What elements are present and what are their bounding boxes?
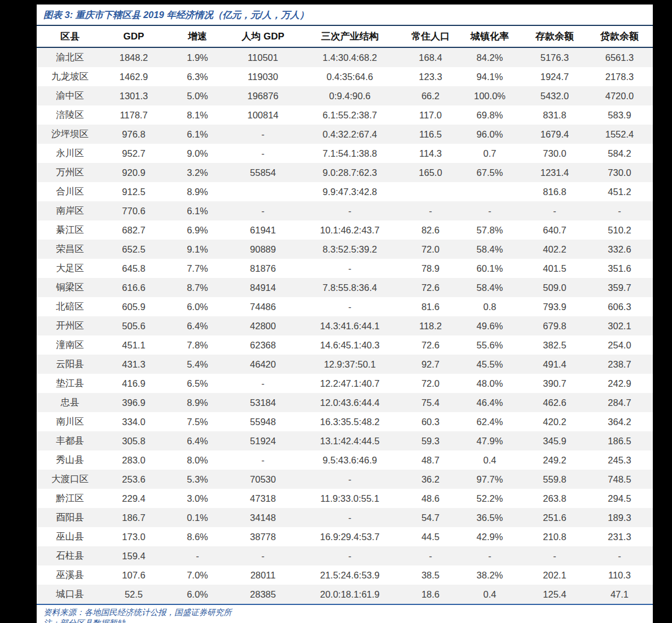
table-cell: 82.6 [405, 220, 456, 240]
column-header: 城镇化率 [456, 26, 523, 47]
table-cell: 10.1:46.2:43.7 [295, 220, 405, 240]
table-cell: 748.5 [586, 470, 653, 489]
table-cell: 59.3 [405, 431, 456, 450]
table-cell: - [586, 201, 653, 220]
table-cell: 253.6 [103, 470, 164, 489]
table-cell: 11.9:33.0:55.1 [295, 489, 405, 508]
table-cell: 159.4 [103, 546, 164, 565]
table-cell: 28385 [231, 585, 295, 604]
table-cell: 679.8 [523, 316, 586, 335]
table-cell: - [295, 546, 405, 565]
table-cell: 332.6 [586, 240, 653, 259]
table-cell: 0.4 [456, 450, 523, 470]
table-cell: 北碚区 [37, 297, 103, 316]
figure-footer: 资料来源：各地国民经济统计公报，国盛证券研究所 注：部分区县数据暂缺 [37, 605, 653, 623]
table-cell: 912.5 [103, 182, 164, 201]
table-cell: 510.2 [586, 220, 653, 240]
table-cell: 万州区 [37, 163, 103, 182]
table-cell: 58.4% [456, 278, 523, 297]
table-cell: 9.9:47.3:42.8 [295, 182, 405, 201]
table-cell: 251.6 [523, 508, 586, 527]
table-cell: 976.8 [103, 125, 164, 144]
table-cell: 8.7% [164, 278, 231, 297]
table-cell: 忠县 [37, 393, 103, 412]
table-cell: - [523, 546, 586, 565]
table-cell: 53184 [231, 393, 295, 412]
table-cell: 潼南区 [37, 335, 103, 355]
table-cell: - [586, 546, 653, 565]
table-cell: 秀山县 [37, 450, 103, 470]
table-row: 合川区912.58.9%9.9:47.3:42.8816.8451.2 [37, 182, 653, 201]
table-cell: 72.0 [405, 240, 456, 259]
table-cell: 97.7% [456, 470, 523, 489]
source-note: 资料来源：各地国民经济统计公报，国盛证券研究所 [43, 607, 653, 618]
table-cell: 3.2% [164, 163, 231, 182]
table-cell: 6.1% [164, 125, 231, 144]
table-cell: 42.9% [456, 527, 523, 546]
table-cell: 1848.2 [103, 47, 164, 67]
table-cell: 583.9 [586, 105, 653, 125]
table-cell: 55854 [231, 163, 295, 182]
table-cell: 涪陵区 [37, 105, 103, 125]
table-cell: 南川区 [37, 412, 103, 431]
table-cell: 196876 [231, 86, 295, 105]
table-cell: 110.3 [586, 565, 653, 585]
table-cell: 铜梁区 [37, 278, 103, 297]
table-cell: 72.0 [405, 374, 456, 393]
table-cell: 229.4 [103, 489, 164, 508]
table-cell: 559.8 [523, 470, 586, 489]
table-cell: 巫山县 [37, 527, 103, 546]
table-cell: 640.7 [523, 220, 586, 240]
table-row: 南川区334.07.5%5594816.3:35.5:48.260.362.4%… [37, 412, 653, 431]
table-cell: 451.1 [103, 335, 164, 355]
table-cell: 402.2 [523, 240, 586, 259]
table-cell: 16.9:29.4:53.7 [295, 527, 405, 546]
table-cell: 綦江区 [37, 220, 103, 240]
table-cell: 100.0% [456, 86, 523, 105]
report-figure-panel: 图表 3: 重庆市下辖区县 2019 年经济情况（亿元，元/人，万人） 区县GD… [37, 5, 653, 623]
table-cell: 合川区 [37, 182, 103, 201]
table-cell: 九龙坡区 [37, 67, 103, 86]
table-cell: 606.3 [586, 297, 653, 316]
table-cell: 9.5:43.6:46.9 [295, 450, 405, 470]
table-row: 沙坪坝区976.86.1%-0.4:32.2:67.4116.596.0%167… [37, 125, 653, 144]
table-cell: 364.2 [586, 412, 653, 431]
table-cell: 36.5% [456, 508, 523, 527]
table-cell: 254.0 [586, 335, 653, 355]
table-cell: 249.2 [523, 450, 586, 470]
table-row: 渝北区1848.21.9%1105011.4:30.4:68.2168.484.… [37, 47, 653, 67]
table-cell: 61941 [231, 220, 295, 240]
table-cell: 3.0% [164, 489, 231, 508]
table-cell: 16.3:35.5:48.2 [295, 412, 405, 431]
table-cell: 9.0% [164, 144, 231, 163]
table-header-row: 区县GDP增速人均 GDP三次产业结构常住人口城镇化率存款余额贷款余额 [37, 26, 653, 47]
table-row: 丰都县305.86.4%5192413.1:42.4:44.559.347.9%… [37, 431, 653, 450]
table-cell: 石柱县 [37, 546, 103, 565]
table-cell: 48.0% [456, 374, 523, 393]
column-header: 贷款余额 [586, 26, 653, 47]
table-cell: 52.5 [103, 585, 164, 604]
table-cell: 13.1:42.4:44.5 [295, 431, 405, 450]
table-row: 黔江区229.43.0%4731811.9:33.0:55.148.652.2%… [37, 489, 653, 508]
table-cell: 36.2 [405, 470, 456, 489]
table-row: 大渡口区253.65.3%70530-36.297.7%559.8748.5 [37, 470, 653, 489]
table-cell: 34148 [231, 508, 295, 527]
table-cell: - [456, 546, 523, 565]
table-cell: 6.4% [164, 431, 231, 450]
table-cell: 6.1% [164, 201, 231, 220]
table-cell: 21.5:24.6:53.9 [295, 565, 405, 585]
table-cell: 5.4% [164, 355, 231, 374]
table-cell: 1231.4 [523, 163, 586, 182]
table-row: 南岸区770.66.1%------ [37, 201, 653, 220]
table-cell: 6.1:55.2:38.7 [295, 105, 405, 125]
table-cell: 0.4:35:64.6 [295, 67, 405, 86]
table-cell: 6.9% [164, 220, 231, 240]
table-cell: 245.3 [586, 450, 653, 470]
table-cell: 359.7 [586, 278, 653, 297]
table-cell: 58.4% [456, 240, 523, 259]
table-cell: 7.5% [164, 412, 231, 431]
table-cell: 54.7 [405, 508, 456, 527]
table-cell: 284.7 [586, 393, 653, 412]
table-cell: 682.7 [103, 220, 164, 240]
table-cell: 302.1 [586, 316, 653, 335]
